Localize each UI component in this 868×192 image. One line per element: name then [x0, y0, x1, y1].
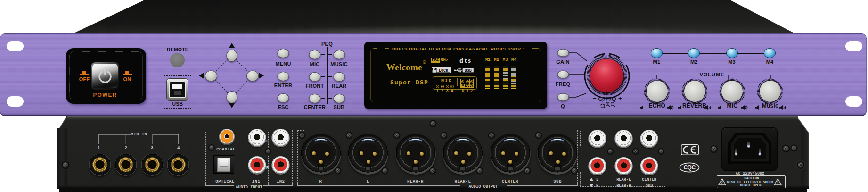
svg-text:CQC: CQC [683, 164, 696, 171]
svg-text:LOCK: LOCK [439, 68, 449, 73]
svg-text:USB: USB [465, 68, 472, 72]
